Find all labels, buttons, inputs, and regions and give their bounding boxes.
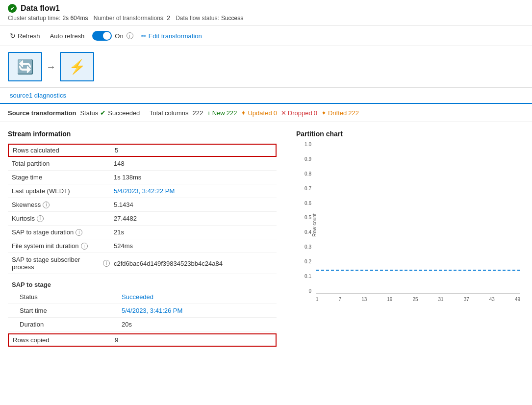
sap-duration-info-icon: i bbox=[76, 229, 82, 236]
meta-row: Cluster startup time: 2s 604ms Number of… bbox=[8, 15, 524, 22]
last-update-val: 5/4/2023, 3:42:22 PM bbox=[114, 187, 273, 195]
cluster-label: Cluster startup time: bbox=[8, 15, 60, 22]
edit-transformation-button[interactable]: ✏ Edit transformation bbox=[141, 32, 202, 40]
dropped-value: 0 bbox=[314, 109, 317, 117]
drifted-badge: ✦ Drifted 222 bbox=[321, 109, 359, 117]
updated-label: Updated bbox=[248, 109, 272, 117]
status-label: Status bbox=[80, 109, 98, 117]
dropped-badge: ✕ Dropped 0 bbox=[281, 109, 317, 117]
toggle-info-icon: i bbox=[127, 32, 133, 39]
diagram-area: 🔄 → ⚡ bbox=[0, 46, 532, 88]
total-partition-val: 148 bbox=[114, 160, 273, 167]
status-value: Succeeded bbox=[108, 109, 140, 117]
partition-chart-area: Partition chart 1.0 0.9 0.8 0.7 0.6 0.5 … bbox=[284, 122, 532, 354]
last-update-key: Last update (WEDT) bbox=[12, 187, 110, 195]
rows-calculated-key: Rows calculated bbox=[13, 147, 111, 154]
drifted-label: Drifted bbox=[328, 109, 347, 117]
info-row-total-partition: Total partition 148 bbox=[8, 157, 277, 171]
info-row-sap-start-time: Start time 5/4/2023, 3:41:26 PM bbox=[8, 304, 277, 318]
refresh-icon: ↻ bbox=[10, 32, 16, 40]
updated-badge: ✦ Updated 0 bbox=[241, 109, 277, 117]
source-transformation-label: Source transformation bbox=[8, 109, 76, 117]
y-label-10: 1.0 bbox=[304, 142, 311, 147]
sap-status-key: Status bbox=[20, 293, 118, 301]
sap-duration-val: 21s bbox=[114, 228, 273, 236]
y-label-02: 0.2 bbox=[304, 259, 311, 264]
stream-info-title: Stream information bbox=[8, 130, 277, 138]
x-label-43: 43 bbox=[489, 297, 495, 302]
auto-refresh-toggle[interactable] bbox=[92, 31, 112, 41]
sap-start-time-val: 5/4/2023, 3:41:26 PM bbox=[122, 307, 273, 314]
rows-calculated-val: 5 bbox=[115, 147, 272, 154]
y-label-04: 0.4 bbox=[304, 229, 311, 235]
updated-value: 0 bbox=[274, 109, 277, 117]
info-row-rows-calculated: Rows calculated 5 bbox=[8, 144, 277, 157]
x-label-1: 1 bbox=[316, 297, 319, 302]
info-row-sap-duration2: Duration 20s bbox=[8, 318, 277, 331]
fs-init-key: File system init duration i bbox=[12, 242, 110, 250]
x-label-25: 25 bbox=[412, 297, 418, 302]
sap-duration2-key: Duration bbox=[20, 321, 118, 328]
stage-time-val: 1s 138ms bbox=[114, 174, 273, 181]
dropped-x-icon: ✕ bbox=[281, 109, 286, 117]
dest-node[interactable]: ⚡ bbox=[60, 52, 94, 81]
flow-status-value: Success bbox=[221, 15, 243, 22]
chart-dashed-line bbox=[316, 270, 520, 271]
info-row-rows-copied: Rows copied 9 bbox=[8, 333, 277, 347]
y-label-08: 0.8 bbox=[304, 171, 311, 177]
sap-start-time-key: Start time bbox=[20, 307, 118, 314]
info-row-sap-status: Status Succeeded bbox=[8, 290, 277, 304]
page-title: Data flow1 bbox=[21, 4, 60, 13]
x-label-7: 7 bbox=[339, 297, 342, 302]
transformations-value: 2 bbox=[167, 15, 170, 22]
updated-star-icon: ✦ bbox=[241, 109, 246, 117]
x-label-13: 13 bbox=[361, 297, 367, 302]
auto-refresh-toggle-wrap: On i bbox=[92, 31, 133, 41]
tab-source1-diagnostics[interactable]: source1 diagnostics bbox=[8, 88, 68, 104]
stream-info-panel: Stream information Rows calculated 5 Tot… bbox=[0, 122, 284, 354]
sap-subscriber-val: c2fd6bac64d149f39834523bb4c24a84 bbox=[114, 260, 273, 267]
refresh-label: Refresh bbox=[18, 32, 40, 40]
transformations-label: Number of transformations: bbox=[94, 15, 165, 22]
drifted-star-icon: ✦ bbox=[321, 109, 327, 117]
new-badge: + New 222 bbox=[207, 109, 237, 117]
info-row-sap-duration: SAP to stage duration i 21s bbox=[8, 226, 277, 239]
fs-init-info-icon: i bbox=[81, 243, 88, 250]
chart-container: 1.0 0.9 0.8 0.7 0.6 0.5 0.4 0.3 0.2 0.1 … bbox=[296, 142, 520, 308]
info-row-fs-init: File system init duration i 524ms bbox=[8, 239, 277, 253]
y-label-07: 0.7 bbox=[304, 186, 311, 191]
info-row-sap-subscriber: SAP to stage subscriber process i c2fd6b… bbox=[8, 253, 277, 274]
sep1 bbox=[144, 109, 146, 117]
status-check-icon: ✔ bbox=[100, 109, 106, 117]
x-label-37: 37 bbox=[464, 297, 469, 302]
skewness-key: Skewness i bbox=[12, 201, 110, 208]
total-partition-key: Total partition bbox=[12, 160, 110, 167]
sap-duration-key: SAP to stage duration i bbox=[12, 228, 110, 236]
sap-duration2-val: 20s bbox=[122, 321, 273, 328]
sap-subscriber-key: SAP to stage subscriber process i bbox=[12, 256, 110, 271]
y-label-03: 0.3 bbox=[304, 244, 311, 250]
dest-node-icon: ⚡ bbox=[69, 59, 86, 75]
rows-copied-val: 9 bbox=[115, 336, 272, 344]
chart-y-axis: 1.0 0.9 0.8 0.7 0.6 0.5 0.4 0.3 0.2 0.1 … bbox=[296, 142, 313, 294]
new-value: 222 bbox=[227, 109, 237, 117]
chart-x-axis: 1 7 13 19 25 31 37 43 49 bbox=[316, 295, 520, 308]
x-label-49: 49 bbox=[515, 297, 520, 302]
skewness-val: 5.1434 bbox=[114, 201, 273, 208]
refresh-button[interactable]: ↻ Refresh bbox=[8, 30, 42, 42]
kurtosis-key: Kurtosis i bbox=[12, 215, 110, 222]
fs-init-val: 524ms bbox=[114, 242, 273, 250]
y-label-09: 0.9 bbox=[304, 156, 311, 162]
arrow-connector: → bbox=[46, 61, 56, 73]
dropped-label: Dropped bbox=[288, 109, 312, 117]
flow-status-label: Data flow status: bbox=[176, 15, 219, 22]
source-node[interactable]: 🔄 bbox=[8, 52, 42, 81]
info-row-stage-time: Stage time 1s 138ms bbox=[8, 171, 277, 184]
new-label: New bbox=[212, 109, 225, 117]
sap-status-val: Succeeded bbox=[122, 293, 273, 301]
toolbar: ↻ Refresh Auto refresh On i ✏ Edit trans… bbox=[0, 26, 532, 46]
info-row-skewness: Skewness i 5.1434 bbox=[8, 198, 277, 212]
x-label-19: 19 bbox=[387, 297, 392, 302]
tab-bar: source1 diagnostics bbox=[0, 88, 532, 104]
content-area: Stream information Rows calculated 5 Tot… bbox=[0, 122, 532, 354]
